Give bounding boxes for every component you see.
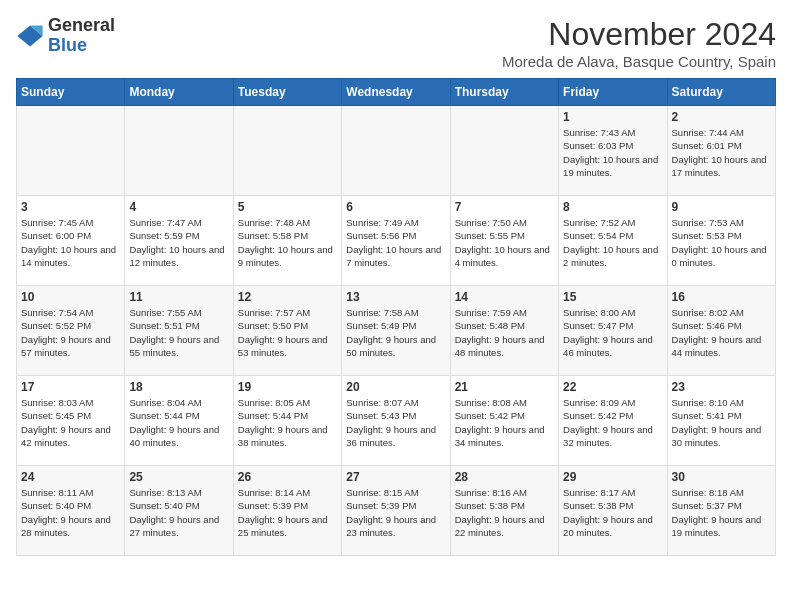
calendar-cell: 15Sunrise: 8:00 AM Sunset: 5:47 PM Dayli…	[559, 286, 667, 376]
day-info: Sunrise: 7:57 AM Sunset: 5:50 PM Dayligh…	[238, 306, 337, 359]
weekday-header-wednesday: Wednesday	[342, 79, 450, 106]
day-info: Sunrise: 8:04 AM Sunset: 5:44 PM Dayligh…	[129, 396, 228, 449]
calendar-week-4: 17Sunrise: 8:03 AM Sunset: 5:45 PM Dayli…	[17, 376, 776, 466]
day-info: Sunrise: 7:50 AM Sunset: 5:55 PM Dayligh…	[455, 216, 554, 269]
logo: General Blue	[16, 16, 115, 56]
weekday-header-saturday: Saturday	[667, 79, 775, 106]
day-info: Sunrise: 8:17 AM Sunset: 5:38 PM Dayligh…	[563, 486, 662, 539]
calendar-cell: 2Sunrise: 7:44 AM Sunset: 6:01 PM Daylig…	[667, 106, 775, 196]
logo-general: General	[48, 16, 115, 36]
title-block: November 2024 Moreda de Alava, Basque Co…	[502, 16, 776, 70]
calendar-cell: 11Sunrise: 7:55 AM Sunset: 5:51 PM Dayli…	[125, 286, 233, 376]
calendar-cell: 12Sunrise: 7:57 AM Sunset: 5:50 PM Dayli…	[233, 286, 341, 376]
calendar-cell: 5Sunrise: 7:48 AM Sunset: 5:58 PM Daylig…	[233, 196, 341, 286]
calendar-table: SundayMondayTuesdayWednesdayThursdayFrid…	[16, 78, 776, 556]
day-number: 7	[455, 200, 554, 214]
calendar-cell: 29Sunrise: 8:17 AM Sunset: 5:38 PM Dayli…	[559, 466, 667, 556]
day-number: 28	[455, 470, 554, 484]
calendar-cell: 28Sunrise: 8:16 AM Sunset: 5:38 PM Dayli…	[450, 466, 558, 556]
calendar-cell: 8Sunrise: 7:52 AM Sunset: 5:54 PM Daylig…	[559, 196, 667, 286]
day-number: 25	[129, 470, 228, 484]
day-number: 21	[455, 380, 554, 394]
day-info: Sunrise: 7:54 AM Sunset: 5:52 PM Dayligh…	[21, 306, 120, 359]
calendar-week-3: 10Sunrise: 7:54 AM Sunset: 5:52 PM Dayli…	[17, 286, 776, 376]
day-info: Sunrise: 7:52 AM Sunset: 5:54 PM Dayligh…	[563, 216, 662, 269]
calendar-cell: 24Sunrise: 8:11 AM Sunset: 5:40 PM Dayli…	[17, 466, 125, 556]
day-number: 9	[672, 200, 771, 214]
day-info: Sunrise: 8:10 AM Sunset: 5:41 PM Dayligh…	[672, 396, 771, 449]
weekday-header-tuesday: Tuesday	[233, 79, 341, 106]
calendar-body: 1Sunrise: 7:43 AM Sunset: 6:03 PM Daylig…	[17, 106, 776, 556]
day-info: Sunrise: 8:02 AM Sunset: 5:46 PM Dayligh…	[672, 306, 771, 359]
day-number: 22	[563, 380, 662, 394]
day-info: Sunrise: 7:58 AM Sunset: 5:49 PM Dayligh…	[346, 306, 445, 359]
day-number: 27	[346, 470, 445, 484]
day-info: Sunrise: 8:14 AM Sunset: 5:39 PM Dayligh…	[238, 486, 337, 539]
day-info: Sunrise: 7:43 AM Sunset: 6:03 PM Dayligh…	[563, 126, 662, 179]
day-number: 17	[21, 380, 120, 394]
calendar-cell: 1Sunrise: 7:43 AM Sunset: 6:03 PM Daylig…	[559, 106, 667, 196]
day-info: Sunrise: 8:08 AM Sunset: 5:42 PM Dayligh…	[455, 396, 554, 449]
calendar-cell	[125, 106, 233, 196]
day-number: 1	[563, 110, 662, 124]
day-info: Sunrise: 7:45 AM Sunset: 6:00 PM Dayligh…	[21, 216, 120, 269]
day-number: 8	[563, 200, 662, 214]
day-number: 23	[672, 380, 771, 394]
calendar-cell: 7Sunrise: 7:50 AM Sunset: 5:55 PM Daylig…	[450, 196, 558, 286]
calendar-cell	[233, 106, 341, 196]
day-number: 6	[346, 200, 445, 214]
calendar-cell: 17Sunrise: 8:03 AM Sunset: 5:45 PM Dayli…	[17, 376, 125, 466]
day-info: Sunrise: 7:44 AM Sunset: 6:01 PM Dayligh…	[672, 126, 771, 179]
calendar-week-5: 24Sunrise: 8:11 AM Sunset: 5:40 PM Dayli…	[17, 466, 776, 556]
main-title: November 2024	[502, 16, 776, 53]
day-info: Sunrise: 7:49 AM Sunset: 5:56 PM Dayligh…	[346, 216, 445, 269]
page-header: General Blue November 2024 Moreda de Ala…	[16, 16, 776, 70]
day-number: 11	[129, 290, 228, 304]
calendar-cell: 4Sunrise: 7:47 AM Sunset: 5:59 PM Daylig…	[125, 196, 233, 286]
day-info: Sunrise: 8:16 AM Sunset: 5:38 PM Dayligh…	[455, 486, 554, 539]
calendar-week-2: 3Sunrise: 7:45 AM Sunset: 6:00 PM Daylig…	[17, 196, 776, 286]
day-number: 20	[346, 380, 445, 394]
day-number: 19	[238, 380, 337, 394]
weekday-header-row: SundayMondayTuesdayWednesdayThursdayFrid…	[17, 79, 776, 106]
day-info: Sunrise: 7:48 AM Sunset: 5:58 PM Dayligh…	[238, 216, 337, 269]
calendar-header: SundayMondayTuesdayWednesdayThursdayFrid…	[17, 79, 776, 106]
day-number: 16	[672, 290, 771, 304]
calendar-cell: 30Sunrise: 8:18 AM Sunset: 5:37 PM Dayli…	[667, 466, 775, 556]
calendar-cell: 19Sunrise: 8:05 AM Sunset: 5:44 PM Dayli…	[233, 376, 341, 466]
calendar-cell: 13Sunrise: 7:58 AM Sunset: 5:49 PM Dayli…	[342, 286, 450, 376]
day-info: Sunrise: 7:59 AM Sunset: 5:48 PM Dayligh…	[455, 306, 554, 359]
weekday-header-thursday: Thursday	[450, 79, 558, 106]
day-number: 3	[21, 200, 120, 214]
calendar-cell: 3Sunrise: 7:45 AM Sunset: 6:00 PM Daylig…	[17, 196, 125, 286]
day-info: Sunrise: 8:07 AM Sunset: 5:43 PM Dayligh…	[346, 396, 445, 449]
day-number: 15	[563, 290, 662, 304]
calendar-cell: 20Sunrise: 8:07 AM Sunset: 5:43 PM Dayli…	[342, 376, 450, 466]
weekday-header-friday: Friday	[559, 79, 667, 106]
day-number: 30	[672, 470, 771, 484]
day-number: 2	[672, 110, 771, 124]
logo-blue: Blue	[48, 36, 115, 56]
day-info: Sunrise: 8:05 AM Sunset: 5:44 PM Dayligh…	[238, 396, 337, 449]
calendar-cell: 6Sunrise: 7:49 AM Sunset: 5:56 PM Daylig…	[342, 196, 450, 286]
day-number: 13	[346, 290, 445, 304]
day-info: Sunrise: 8:13 AM Sunset: 5:40 PM Dayligh…	[129, 486, 228, 539]
calendar-cell: 26Sunrise: 8:14 AM Sunset: 5:39 PM Dayli…	[233, 466, 341, 556]
day-info: Sunrise: 8:03 AM Sunset: 5:45 PM Dayligh…	[21, 396, 120, 449]
calendar-cell: 16Sunrise: 8:02 AM Sunset: 5:46 PM Dayli…	[667, 286, 775, 376]
logo-text: General Blue	[48, 16, 115, 56]
weekday-header-sunday: Sunday	[17, 79, 125, 106]
day-number: 26	[238, 470, 337, 484]
day-number: 29	[563, 470, 662, 484]
calendar-cell: 25Sunrise: 8:13 AM Sunset: 5:40 PM Dayli…	[125, 466, 233, 556]
calendar-cell: 14Sunrise: 7:59 AM Sunset: 5:48 PM Dayli…	[450, 286, 558, 376]
weekday-header-monday: Monday	[125, 79, 233, 106]
day-info: Sunrise: 7:55 AM Sunset: 5:51 PM Dayligh…	[129, 306, 228, 359]
calendar-cell: 22Sunrise: 8:09 AM Sunset: 5:42 PM Dayli…	[559, 376, 667, 466]
calendar-cell	[17, 106, 125, 196]
day-number: 12	[238, 290, 337, 304]
day-info: Sunrise: 8:11 AM Sunset: 5:40 PM Dayligh…	[21, 486, 120, 539]
day-number: 24	[21, 470, 120, 484]
calendar-cell: 9Sunrise: 7:53 AM Sunset: 5:53 PM Daylig…	[667, 196, 775, 286]
calendar-cell: 10Sunrise: 7:54 AM Sunset: 5:52 PM Dayli…	[17, 286, 125, 376]
